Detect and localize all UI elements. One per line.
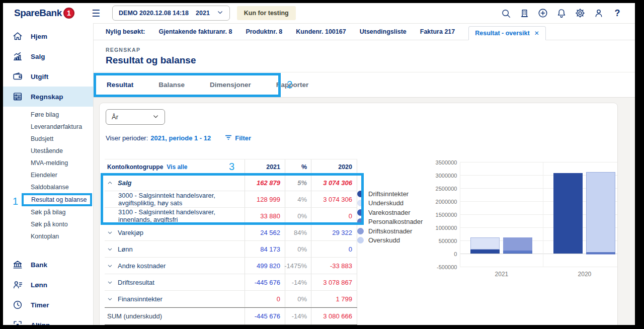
legend-dot (357, 191, 364, 197)
value-percent: -14% (285, 308, 311, 324)
table-row[interactable]: 3000 - Salgsinntekt handelsvarer, avgift… (105, 191, 357, 208)
annotation-number-1: 1 (13, 196, 18, 206)
value-2021: 0 (245, 291, 285, 307)
table-row[interactable]: Andre kostnader499 820-1475%-33 883 (105, 258, 357, 274)
environment-label: DEMO 2020.12.08 14:18 (119, 10, 189, 17)
table-row[interactable]: 3100 - Salgsinntekt handelsvarer, innenl… (105, 208, 357, 224)
recent-link[interactable]: Kundenr. 100167 (296, 28, 346, 35)
tab-resultat[interactable]: Resultat (106, 72, 134, 97)
value-2021: -445 676 (245, 308, 285, 324)
caret-down-icon[interactable] (107, 263, 114, 269)
value-2021: 24 562 (245, 224, 285, 240)
show-all-link[interactable]: Vis alle (167, 163, 187, 171)
caret-down-icon[interactable] (107, 230, 114, 235)
plus-circle-icon[interactable] (537, 8, 548, 19)
sidebar-item-regnskap[interactable]: Regnskap (3, 87, 93, 107)
sidebar-item-bank[interactable]: Bank (3, 255, 93, 275)
recent-link[interactable]: Utsendingsliste (360, 28, 407, 35)
sidebar-item-salg[interactable]: Salg (3, 46, 93, 66)
table-row[interactable]: Finansinntekter00%1 799 (105, 291, 357, 307)
table-row[interactable]: Salg162 8795%3 074 306 (105, 175, 357, 191)
caret-down-icon[interactable] (107, 280, 114, 285)
sidebar-subitem[interactable]: Søk på konto (31, 218, 93, 230)
tab-bar: 2 ResultatBalanseDimensjonerRapporter (94, 72, 635, 98)
value-2020: 3 074 306 (311, 175, 357, 191)
tab-balanse[interactable]: Balanse (157, 72, 186, 97)
period-value-link[interactable]: 2021, periode 1 - 12 (150, 134, 211, 142)
user-icon[interactable] (593, 8, 604, 19)
sidebar-subitem[interactable]: Resultat og balanse1 (31, 193, 93, 206)
table-row-label: Driftsresultat (105, 274, 245, 290)
y-tick-label: 3000000 (428, 173, 457, 179)
tab-dimensjoner[interactable]: Dimensjoner (209, 72, 252, 97)
sidebar-item-label: Regnskap (31, 93, 63, 101)
y-tick-label: 3500000 (428, 159, 457, 166)
sidebar-subitem[interactable]: Utestående (31, 145, 93, 157)
sidebar-item-lønn[interactable]: Lønn (3, 275, 93, 295)
sidebar-subitem[interactable]: Søk på bilag (31, 206, 93, 218)
sidebar-item-hjem[interactable]: Hjem (3, 26, 93, 46)
sidebar-item-utgift[interactable]: Utgift (3, 66, 93, 87)
year-select[interactable]: År (106, 109, 165, 125)
sidebar-item-altinn[interactable]: Altinn (3, 315, 93, 325)
value-percent: 0% (285, 208, 311, 224)
sidebar-subitem[interactable]: Saldobalanse (31, 181, 93, 193)
value-2021: -445 676 (245, 274, 285, 290)
sidebar-subitem[interactable]: Eiendeler (31, 169, 93, 181)
sidebar-item-label: Bank (31, 261, 47, 269)
legend-dot (357, 228, 364, 234)
legend-dot (357, 237, 364, 243)
bell-icon[interactable] (556, 8, 567, 19)
recent-link[interactable]: Produktnr. 8 (246, 28, 282, 35)
search-icon[interactable] (500, 8, 511, 19)
close-icon[interactable]: ✕ (534, 30, 539, 37)
sidebar-item-label: Utgift (31, 73, 48, 80)
sidebar-item-label: Salg (31, 53, 45, 60)
caret-up-icon[interactable] (107, 180, 114, 186)
table-row-label: Varekjøp (105, 224, 245, 240)
bar-segment-underskudd (470, 237, 500, 249)
topbar-icon-group: ? (500, 8, 635, 19)
app-window: SpareBank 1 ☰ DEMO 2020.12.08 14:18 2021… (3, 3, 635, 325)
sidebar: HjemSalgUtgiftRegnskapFøre bilagLeverand… (3, 23, 94, 325)
gridline-vertical (460, 162, 460, 267)
hamburger-menu-icon[interactable]: ☰ (92, 8, 100, 19)
recent-link[interactable]: Faktura 217 (420, 28, 455, 35)
active-page-chip[interactable]: Resultat - oversikt ✕ (468, 26, 545, 40)
table-row[interactable]: Varekjøp24 56284%29 322 (105, 224, 357, 241)
filter-button[interactable]: Filter (224, 133, 251, 143)
caret-down-icon[interactable] (107, 246, 114, 252)
legend-dot (357, 209, 364, 216)
sidebar-subitem[interactable]: Budsjett (31, 133, 93, 145)
sidebar-item-label: Lønn (31, 281, 47, 289)
recent-link[interactable]: Gjentakende fakturanr. 8 (159, 28, 232, 35)
clock-icon (12, 299, 23, 310)
sidebar-item-timer[interactable]: Timer (3, 295, 93, 315)
account-name: SUM (underskudd) (107, 312, 162, 320)
help-icon[interactable]: ? (612, 8, 623, 19)
value-2020: 0 (311, 208, 357, 224)
page-header: REGNSKAP Resultat og balanse (94, 40, 635, 72)
table-header-2021: 2021 (245, 159, 285, 174)
environment-selector[interactable]: DEMO 2020.12.08 14:18 2021 (112, 6, 230, 21)
y-tick-label: 0 (428, 251, 457, 257)
caret-down-icon[interactable] (107, 296, 114, 302)
legend-item: Driftsinntekter (357, 190, 423, 198)
recently-visited-label: Nylig besøkt: (106, 28, 145, 35)
bar-segment-personalkostnader (503, 251, 532, 253)
sidebar-subitem[interactable]: MVA-melding (31, 157, 93, 169)
altinn-icon (12, 319, 23, 325)
building-icon[interactable] (519, 8, 530, 19)
table-row[interactable]: Lønn84 1730%0 (105, 241, 357, 258)
sparebank1-logo[interactable]: SpareBank 1 (14, 8, 88, 19)
sidebar-subitem[interactable]: Leverandørfaktura (31, 121, 93, 133)
chart-plot (460, 162, 618, 267)
table-row[interactable]: SUM (underskudd)-445 676-14%3 080 666 (105, 307, 357, 325)
gear-icon[interactable] (575, 8, 586, 19)
sidebar-subitem[interactable]: Føre bilag (31, 109, 93, 121)
annotation-number-3: 3 (229, 161, 234, 172)
table-row[interactable]: Driftsresultat-445 676-14%3 078 867 (105, 274, 357, 291)
sidebar-subitem[interactable]: Kontoplan (31, 230, 93, 242)
active-page-chip-label: Resultat - oversikt (475, 30, 529, 37)
bank-icon (12, 259, 23, 270)
